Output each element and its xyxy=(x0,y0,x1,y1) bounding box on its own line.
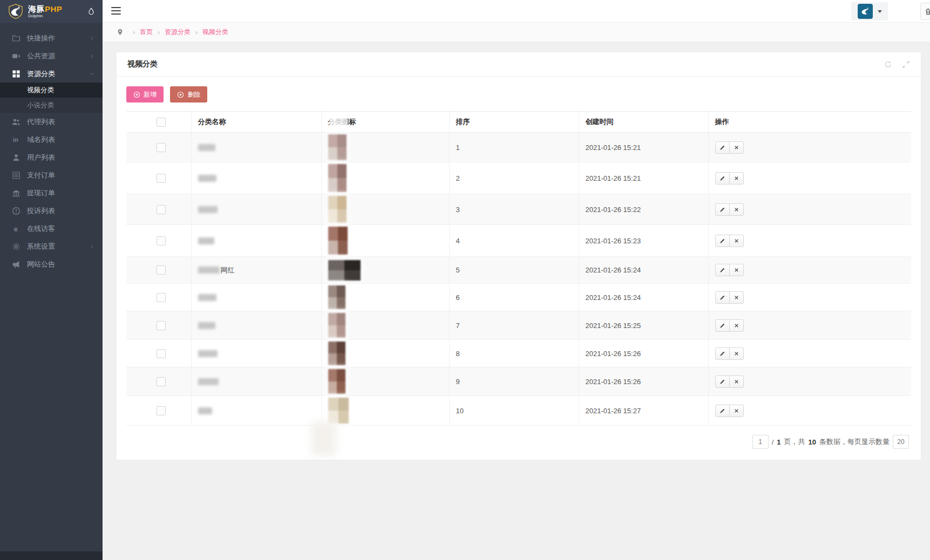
category-thumbnail xyxy=(328,196,347,223)
row-actions xyxy=(715,141,744,154)
edit-button[interactable] xyxy=(715,291,730,304)
row-actions xyxy=(715,291,744,304)
redacted-category-name xyxy=(198,350,218,357)
sidebar-item-7[interactable]: 提现订单 xyxy=(0,184,103,202)
delete-row-button[interactable] xyxy=(729,347,744,360)
megaphone-icon xyxy=(12,260,21,269)
page-title: 视频分类 xyxy=(127,59,884,69)
delete-row-button[interactable] xyxy=(729,141,744,154)
main-area: › 首页 › 资源分类 › 视频分类 视频分类 xyxy=(103,0,930,560)
row-checkbox[interactable] xyxy=(157,293,166,302)
delete-row-button[interactable] xyxy=(729,264,744,276)
user-menu-button[interactable] xyxy=(851,2,888,21)
delete-row-button[interactable] xyxy=(729,203,744,216)
sidebar-toggle-icon[interactable] xyxy=(111,7,121,17)
user-icon xyxy=(12,153,21,162)
svg-text:in: in xyxy=(13,136,18,143)
created-time: 2021-01-26 15:26 xyxy=(579,367,708,396)
sidebar-item-1[interactable]: 公共资源 xyxy=(0,47,103,65)
edit-button[interactable] xyxy=(715,405,730,417)
edit-button[interactable] xyxy=(715,375,730,388)
folder-icon xyxy=(12,34,21,43)
sidebar-subitem-2-0[interactable]: 视频分类 xyxy=(0,83,103,98)
edit-button[interactable] xyxy=(715,264,730,276)
edit-button[interactable] xyxy=(715,172,730,185)
select-all-checkbox[interactable] xyxy=(157,118,166,127)
sidebar-subitem-2-1[interactable]: 小说分类 xyxy=(0,98,103,113)
row-checkbox[interactable] xyxy=(157,406,166,415)
delete-row-button[interactable] xyxy=(729,405,744,417)
col-header-created: 创建时间 xyxy=(579,112,708,133)
chevron-left-icon xyxy=(90,244,95,249)
sidebar-item-6[interactable]: 支付订单 xyxy=(0,166,103,184)
x-icon xyxy=(734,351,739,357)
delete-row-button[interactable] xyxy=(729,235,744,247)
total-records: 10 xyxy=(809,438,816,446)
x-icon xyxy=(734,379,739,385)
delete-button[interactable]: 删除 xyxy=(170,86,207,103)
row-checkbox[interactable] xyxy=(157,205,166,214)
edit-button[interactable] xyxy=(715,235,730,247)
sidebar-item-label: 用户列表 xyxy=(27,153,95,162)
breadcrumb-current-link[interactable]: 视频分类 xyxy=(202,28,228,37)
delete-row-button[interactable] xyxy=(729,172,744,185)
sidebar-item-2[interactable]: 资源分类 xyxy=(0,65,103,83)
app-title: 海豚PHP xyxy=(28,5,83,13)
breadcrumb-home-link[interactable]: 首页 xyxy=(140,28,153,37)
page-input[interactable] xyxy=(752,435,769,449)
grid-icon xyxy=(12,70,21,78)
bank-icon xyxy=(12,189,21,197)
pencil-icon xyxy=(719,267,725,273)
breadcrumb-category-link[interactable]: 资源分类 xyxy=(165,28,191,37)
created-time: 2021-01-26 15:23 xyxy=(579,225,708,257)
sidebar-item-10[interactable]: 系统设置 xyxy=(0,237,103,255)
card-body: 新增 删除 分类名称 分类图标 xyxy=(117,77,921,460)
sidebar-item-5[interactable]: 用户列表 xyxy=(0,148,103,166)
fullscreen-icon[interactable] xyxy=(902,60,910,69)
edit-button[interactable] xyxy=(715,319,730,332)
sidebar-item-9[interactable]: e在线访客 xyxy=(0,220,103,237)
sidebar-item-label: 在线访客 xyxy=(27,224,95,234)
x-icon xyxy=(734,238,739,244)
sidebar-item-3[interactable]: 代理列表 xyxy=(0,113,103,131)
table-row: 8 2021-01-26 15:26 xyxy=(126,340,911,367)
row-actions xyxy=(715,347,744,360)
row-checkbox[interactable] xyxy=(157,174,166,183)
row-checkbox[interactable] xyxy=(157,236,166,245)
delete-row-button[interactable] xyxy=(729,291,744,304)
sidebar-item-label: 域名列表 xyxy=(27,135,95,145)
edit-button[interactable] xyxy=(715,347,730,360)
video-category-card: 视频分类 xyxy=(116,52,921,460)
sidebar-item-label: 系统设置 xyxy=(27,242,90,251)
sort-value: 7 xyxy=(449,311,579,340)
row-checkbox[interactable] xyxy=(157,349,166,358)
row-checkbox[interactable] xyxy=(157,265,166,275)
sidebar-item-label: 网站公告 xyxy=(27,259,95,269)
clear-cache-button[interactable] xyxy=(920,3,930,20)
row-checkbox[interactable] xyxy=(157,377,166,386)
sidebar-item-8[interactable]: 投诉列表 xyxy=(0,202,103,220)
sidebar-item-0[interactable]: 快捷操作 xyxy=(0,29,103,47)
chevron-down-icon xyxy=(90,71,95,77)
delete-row-button[interactable] xyxy=(729,319,744,332)
sidebar-footer xyxy=(0,551,103,560)
delete-row-button[interactable] xyxy=(729,375,744,388)
refresh-icon[interactable] xyxy=(884,60,892,69)
page-size-input[interactable] xyxy=(893,435,909,449)
edit-button[interactable] xyxy=(715,141,730,154)
add-button[interactable]: 新增 xyxy=(126,86,164,103)
table-row: 3 2021-01-26 15:22 xyxy=(126,194,911,225)
edit-button[interactable] xyxy=(715,203,730,216)
sidebar-item-4[interactable]: in域名列表 xyxy=(0,131,103,148)
category-table: 分类名称 分类图标 排序 创建时间 操作 1 2021-01-26 xyxy=(126,111,911,426)
row-checkbox[interactable] xyxy=(157,143,166,152)
chevron-left-icon xyxy=(90,36,95,41)
gear-icon xyxy=(12,242,21,251)
row-checkbox[interactable] xyxy=(157,321,166,330)
sidebar-item-11[interactable]: 网站公告 xyxy=(0,255,103,273)
x-icon xyxy=(734,175,739,181)
sort-value: 9 xyxy=(449,367,579,396)
app-logo[interactable]: 海豚PHP Dolphin xyxy=(0,0,103,23)
col-header-actions: 操作 xyxy=(708,112,911,133)
col-header-name: 分类名称 xyxy=(191,112,321,133)
